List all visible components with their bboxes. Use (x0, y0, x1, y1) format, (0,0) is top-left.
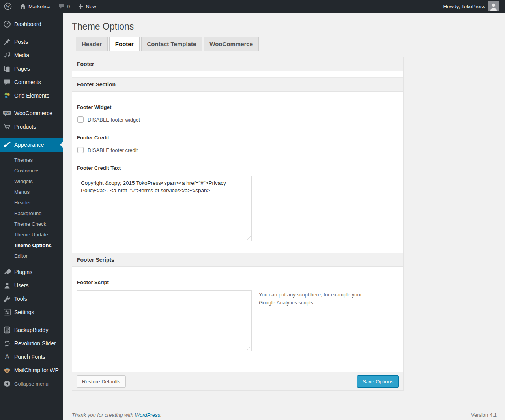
sidebar-item-tools[interactable]: Tools (0, 292, 63, 306)
sidebar-item-settings[interactable]: Settings (0, 306, 63, 319)
submenu-item-menus[interactable]: Menus (0, 187, 63, 197)
sidebar-item-label: Media (14, 52, 29, 58)
version-label: Version 4.1 (471, 412, 497, 418)
tab-header[interactable]: Header (76, 37, 108, 51)
sidebar-item-label: WooCommerce (14, 110, 52, 116)
disable-footer-widget-checkbox[interactable] (77, 116, 84, 123)
sidebar-item-label: Dashboard (14, 21, 41, 27)
footer-scripts-bar: Footer Scripts (72, 253, 403, 267)
sidebar-item-appearance[interactable]: Appearance (0, 138, 63, 152)
new-label: New (86, 4, 96, 9)
sidebar-item-label: Revolution Slider (14, 340, 56, 347)
sidebar-item-grid-elements[interactable]: Grid Elements (0, 89, 63, 102)
sidebar-item-plugins[interactable]: Plugins (0, 265, 63, 279)
sidebar-item-label: Users (14, 282, 29, 289)
letter-a-icon: A (0, 353, 14, 360)
main-content: Theme Options HeaderFooterContact Templa… (63, 13, 505, 420)
footer-thanks-text: Thank you for creating with WordPress. (72, 412, 162, 418)
footer-script-textarea-wrap (77, 290, 252, 351)
howdy-label: Howdy, TokoPress (443, 4, 485, 9)
sidebar-item-users[interactable]: Users (0, 279, 63, 292)
pages-icon (0, 65, 14, 73)
sidebar-item-posts[interactable]: Posts (0, 35, 63, 49)
submenu-item-theme-check[interactable]: Theme Check (0, 219, 63, 229)
footer-script-help-text: You can put any script here, for example… (259, 291, 377, 307)
sidebar-item-woocommerce[interactable]: Woo WooCommerce (0, 107, 63, 120)
sidebar-item-pages[interactable]: Pages (0, 62, 63, 75)
sidebar-item-backupbuddy[interactable]: BackupBuddy (0, 323, 63, 337)
svg-text:Woo: Woo (4, 111, 10, 114)
disable-footer-widget-label: DISABLE footer widget (88, 117, 140, 123)
submenu-item-header[interactable]: Header (0, 197, 63, 208)
cart-icon (0, 123, 14, 130)
user-icon (0, 282, 14, 289)
comments-icon (0, 79, 14, 86)
refresh-arrows-icon (0, 340, 14, 347)
footer-widget-label: Footer Widget (77, 104, 398, 110)
account-menu[interactable]: Howdy, TokoPress (440, 1, 502, 11)
submenu-item-editor[interactable]: Editor (0, 251, 63, 261)
sidebar-item-products[interactable]: Products (0, 120, 63, 133)
tab-woocommerce[interactable]: WooCommerce (204, 37, 259, 51)
sidebar-item-label: Grid Elements (14, 92, 49, 99)
mailchimp-monkey-icon (0, 367, 14, 374)
footer-credit-textarea[interactable]: Copyright &copy; 2015 TokoPress<span><a … (77, 176, 252, 241)
new-content-menu[interactable]: New (74, 0, 100, 13)
sidebar-item-dashboard[interactable]: Dashboard (0, 17, 63, 31)
comments-menu[interactable]: 0 (54, 0, 74, 13)
svg-text:W: W (6, 4, 10, 9)
woocommerce-icon: Woo (0, 110, 14, 117)
sidebar-item-label: Pages (14, 66, 30, 72)
wordpress-logo-menu[interactable]: W (0, 0, 16, 13)
collapse-arrow-icon (0, 380, 14, 387)
footer-script-label: Footer Script (77, 279, 398, 285)
appearance-brush-icon (0, 141, 14, 149)
submenu-item-customize[interactable]: Customize (0, 165, 63, 176)
tab-contact-template[interactable]: Contact Template (141, 37, 202, 51)
disable-footer-credit-checkbox[interactable] (77, 147, 84, 153)
submenu-item-theme-options[interactable]: Theme Options (0, 240, 63, 251)
panel-spacer (72, 71, 403, 77)
submenu-item-theme-update[interactable]: Theme Update (0, 229, 63, 240)
backupbuddy-icon (0, 326, 14, 334)
wrench-icon (0, 295, 14, 302)
sidebar-item-media[interactable]: Media (0, 49, 63, 62)
sidebar-item-comments[interactable]: Comments (0, 75, 63, 89)
sidebar-item-mailchimp[interactable]: MailChimp for WP (0, 364, 63, 377)
collapse-menu-label: Collapse menu (14, 381, 49, 387)
panel-actions-bar: Restore Defaults Save Options (72, 372, 403, 390)
site-name-menu[interactable]: Marketica (16, 0, 54, 13)
footer-section-bar: Footer Section (72, 77, 403, 92)
sidebar-item-label: Tools (14, 296, 27, 302)
restore-defaults-button[interactable]: Restore Defaults (77, 375, 126, 388)
sidebar-item-revolution-slider[interactable]: Revolution Slider (0, 337, 63, 350)
collapse-menu-button[interactable]: Collapse menu (0, 377, 63, 390)
thanks-suffix: . (160, 412, 162, 418)
admin-sidebar: Dashboard Posts Media Pages Comments Gri… (0, 13, 63, 420)
admin-bar: W Marketica 0 New Howdy, TokoPress (0, 0, 505, 13)
settings-sliders-icon (0, 309, 14, 316)
panel-title-bar: Footer (72, 57, 403, 71)
submenu-item-themes[interactable]: Themes (0, 155, 63, 165)
sidebar-item-label: Settings (14, 309, 34, 315)
submenu-item-background[interactable]: Background (0, 208, 63, 219)
page-footer: Thank you for creating with WordPress. V… (72, 412, 497, 418)
wordpress-logo-icon: W (4, 2, 12, 10)
sidebar-item-label: Plugins (14, 269, 32, 275)
submenu-item-widgets[interactable]: Widgets (0, 176, 63, 187)
comments-count: 0 (67, 4, 70, 9)
disable-footer-credit-label: DISABLE footer credit (88, 147, 138, 153)
sidebar-item-punch-fonts[interactable]: A Punch Fonts (0, 350, 63, 364)
pin-icon (0, 38, 14, 46)
grid-elements-icon (0, 92, 14, 99)
wordpress-link[interactable]: WordPress (135, 412, 160, 418)
tab-footer[interactable]: Footer (109, 37, 140, 51)
footer-credit-label: Footer Credit (77, 135, 398, 141)
footer-widget-checkbox-row: DISABLE footer widget (77, 116, 398, 123)
plus-icon (78, 4, 84, 9)
sidebar-item-label: BackupBuddy (14, 327, 48, 333)
footer-script-textarea[interactable] (77, 290, 252, 351)
page-title: Theme Options (72, 21, 497, 32)
media-icon (0, 51, 14, 59)
save-options-button[interactable]: Save Options (357, 375, 399, 388)
